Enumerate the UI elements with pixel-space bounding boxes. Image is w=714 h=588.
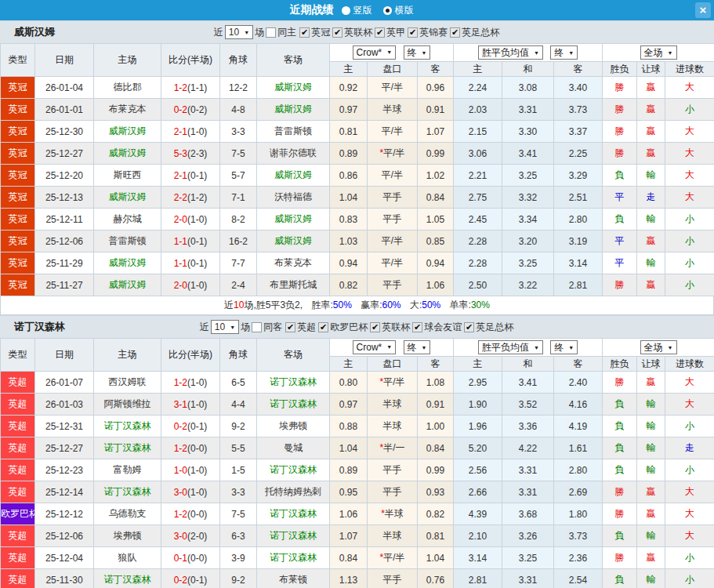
match-date: 26-01-03	[35, 394, 94, 416]
league-checkbox[interactable]: ✔	[370, 322, 380, 332]
away-team: 诺丁汉森林	[257, 394, 330, 416]
avg-away: 3.73	[554, 525, 603, 547]
odds-home: 1.03	[330, 230, 368, 252]
match-count-select[interactable]: 10▼	[225, 25, 253, 39]
away-team: 曼城	[257, 437, 330, 459]
odds-home: 0.81	[330, 121, 368, 143]
odds-away: 0.93	[418, 481, 454, 503]
avg-draw: 3.25	[502, 252, 554, 274]
match-count-select[interactable]: 10▼	[211, 320, 239, 334]
odds-away: 1.08	[418, 372, 454, 394]
layout-option-horizontal[interactable]: 横版	[383, 4, 414, 17]
league-checkbox-label: 英锦赛	[419, 26, 448, 39]
avg-stage-select[interactable]: 终▼	[550, 45, 578, 60]
odds-home: 0.97	[330, 394, 368, 416]
avg-draw: 3.08	[502, 77, 554, 99]
avg-stage-select[interactable]: 终▼	[550, 340, 578, 354]
radio-checked-icon[interactable]	[383, 6, 392, 15]
team-name: 威斯汉姆	[14, 25, 55, 39]
league-checkbox[interactable]: ✔	[375, 27, 385, 38]
result-goals: 小	[665, 569, 714, 588]
league-checkbox[interactable]: ✔	[450, 27, 460, 38]
home-team: 德比郡	[94, 77, 161, 99]
chevron-down-icon: ▼	[568, 345, 574, 350]
league-checkbox[interactable]: ✔	[464, 322, 474, 332]
match-date: 25-12-27	[35, 437, 94, 459]
odds-away: 1.05	[418, 209, 454, 230]
bookmaker-select[interactable]: Crow*▼	[353, 45, 397, 60]
avg-away: 4.19	[554, 416, 603, 437]
subcol-avg-away: 客	[554, 357, 603, 372]
result-outcome: 勝	[603, 99, 637, 121]
avg-odds-select[interactable]: 胜平负均值▼	[478, 45, 543, 60]
avg-draw: 3.31	[502, 459, 554, 481]
odds-away: 0.76	[418, 569, 454, 588]
home-team: 阿斯顿维拉	[94, 394, 161, 416]
odds-stage-select[interactable]: 终▼	[404, 340, 431, 354]
radio-icon[interactable]	[342, 6, 350, 15]
league-filter-item: ✔英足总杯	[462, 321, 513, 334]
layout-option-vertical[interactable]: 竖版	[342, 4, 372, 17]
home-team: 赫尔城	[94, 209, 161, 230]
subcol-avg-draw: 和	[502, 357, 554, 372]
league-checkbox[interactable]: ✔	[332, 27, 343, 38]
league-badge: 英冠	[1, 209, 35, 230]
odds-home: 0.89	[330, 459, 368, 481]
match-row: 英冠25-11-27威斯汉姆2-0(1-0)2-4布里斯托城0.82平手1.06…	[1, 274, 714, 296]
corner-count: 16-2	[220, 230, 257, 252]
match-filters: 近 10▼ 场 同主 ✔英冠✔英联杯✔英甲✔英锦赛✔英足总杯	[213, 25, 501, 39]
away-team: 威斯汉姆	[257, 209, 330, 230]
subcol-goals-result: 进球数	[665, 62, 714, 77]
subcol-avg-home: 主	[454, 357, 502, 372]
scope-select[interactable]: 全场▼	[640, 340, 677, 354]
odds-handicap: *平/半	[368, 547, 418, 569]
odds-handicap: 半球	[368, 99, 418, 121]
avg-odds-select[interactable]: 胜平负均值▼	[478, 340, 543, 354]
result-handicap: 贏	[637, 230, 665, 252]
odds-stage-select[interactable]: 终▼	[404, 45, 431, 60]
league-checkbox[interactable]: ✔	[299, 27, 310, 38]
odds-away: 1.04	[418, 547, 454, 569]
match-score: 1-2(1-0)	[161, 372, 220, 394]
corner-count: 8-2	[220, 209, 257, 230]
league-checkbox[interactable]: ✔	[408, 27, 418, 38]
close-icon[interactable]: ×	[695, 2, 711, 18]
match-date: 25-12-06	[35, 230, 94, 252]
scope-select[interactable]: 全场▼	[640, 45, 677, 60]
matches-label: 场	[255, 26, 264, 39]
chevron-down-icon: ▼	[422, 50, 427, 56]
odds-away: 0.85	[418, 230, 454, 252]
same-venue-checkbox[interactable]	[252, 322, 262, 332]
league-badge: 英超	[1, 481, 35, 503]
match-date: 25-12-23	[35, 459, 94, 481]
section-header-west-ham: 威斯汉姆 近 10▼ 场 同主 ✔英冠✔英联杯✔英甲✔英锦赛✔英足总杯	[0, 20, 714, 43]
odds-away: 1.07	[418, 121, 454, 143]
result-outcome: 負	[603, 416, 637, 437]
match-date: 25-12-30	[35, 121, 94, 143]
avg-away: 2.81	[554, 274, 603, 296]
avg-group-header: 胜平负均值▼ 终▼	[454, 339, 603, 357]
bookmaker-select[interactable]: Crow*▼	[353, 340, 397, 354]
subcol-odds-home: 主	[330, 357, 368, 372]
away-team: 布里斯托城	[257, 274, 330, 296]
league-checkbox[interactable]: ✔	[318, 322, 328, 332]
corner-count: 9-2	[220, 569, 257, 588]
match-score: 1-0(1-0)	[161, 459, 220, 481]
odds-home: 0.89	[330, 143, 368, 165]
league-filter-item: ✔英联杯	[331, 26, 372, 39]
league-badge: 英超	[1, 416, 35, 437]
home-team: 威斯汉姆	[94, 121, 161, 143]
same-venue-checkbox[interactable]	[266, 27, 276, 38]
league-badge: 英超	[1, 525, 35, 547]
col-home: 主场	[94, 339, 161, 372]
match-score: 1-2(1-1)	[161, 77, 220, 99]
match-date: 25-12-27	[35, 143, 94, 165]
away-team: 威斯汉姆	[257, 99, 330, 121]
odds-handicap: *平/半	[368, 372, 418, 394]
avg-draw: 3.25	[502, 547, 554, 569]
result-outcome: 勝	[603, 372, 637, 394]
odds-home: 0.95	[330, 481, 368, 503]
league-checkbox[interactable]: ✔	[285, 322, 295, 332]
away-team: 威斯汉姆	[257, 165, 330, 187]
league-checkbox[interactable]: ✔	[412, 322, 422, 332]
